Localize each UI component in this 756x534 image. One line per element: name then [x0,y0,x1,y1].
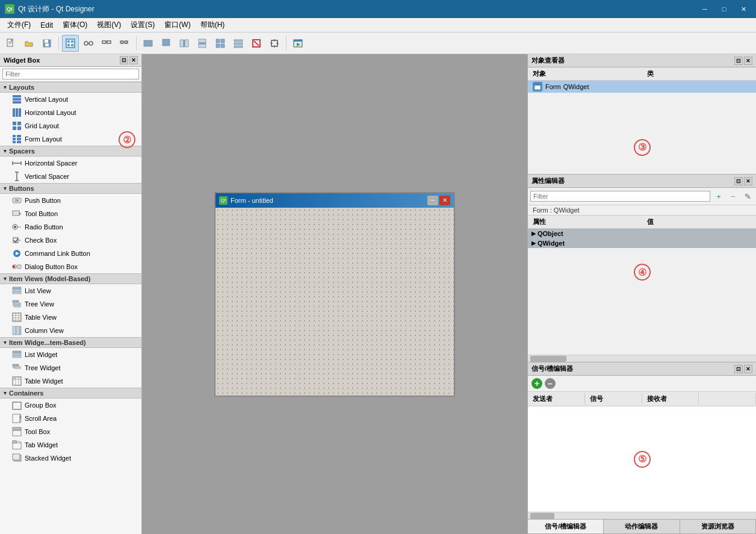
menu-window[interactable]: 窗体(O) [58,19,92,31]
form-minimize-button[interactable]: ─ [427,196,438,205]
menu-file[interactable]: 文件(F) [2,19,36,31]
layout-split-h-button[interactable] [176,35,193,52]
widget-item-tree-view[interactable]: Tree View [0,297,141,311]
save-button[interactable] [39,35,55,52]
minimize-button[interactable]: ─ [697,3,713,15]
property-section-qobject[interactable]: QObject [528,229,756,238]
svg-rect-89 [13,287,21,289]
footer-tab-actions[interactable]: 动作编辑器 [604,520,680,533]
widget-item-tab-widget[interactable]: Tab Widget [0,438,141,452]
menu-view[interactable]: 视图(V) [92,19,126,31]
widget-item-vertical-spacer[interactable]: Vertical Spacer [0,170,141,183]
property-scrollbar-thumb[interactable] [530,356,566,362]
widget-item-form-layout[interactable]: Form Layout ② [0,132,141,146]
signals-editor-float-button[interactable]: ⊡ [734,365,743,373]
widget-item-command-link[interactable]: Command Link Button [0,247,141,260]
widget-item-list-view[interactable]: List View [0,284,141,297]
widget-item-list-widget[interactable]: List Widget [0,348,141,361]
section-spacers[interactable]: Spacers [0,146,141,157]
widget-item-scroll-area[interactable]: Scroll Area [0,412,141,425]
svg-rect-63 [17,135,21,137]
svg-rect-62 [13,135,16,137]
signals-editor-close-button[interactable]: ✕ [744,365,752,373]
svg-rect-11 [71,44,73,46]
break-layout-button[interactable] [248,35,265,52]
svg-rect-22 [144,40,146,46]
section-layouts[interactable]: Layouts [0,82,141,93]
widget-item-tree-widget[interactable]: Tree Widget [0,361,141,374]
adjust-size-button[interactable] [266,35,283,52]
widget-item-grid-layout[interactable]: Grid Layout [0,119,141,132]
section-item-widgets[interactable]: Item Widge...tem-Based) [0,337,141,348]
open-button[interactable] [20,35,37,52]
preview-button[interactable] [290,35,306,52]
object-viewer-row[interactable]: Form QWidget [528,81,756,93]
table-widget-label: Table Widget [25,377,63,385]
property-add-button[interactable]: + [713,190,725,202]
form-title-text: Form - untitled [231,197,427,204]
layout-split-v-button[interactable] [194,35,211,52]
tab-editor-button[interactable]: 12 [116,35,133,52]
widget-item-tool-button[interactable]: Tool Button [0,207,141,220]
object-viewer-close-button[interactable]: ✕ [744,57,752,65]
widget-item-table-view[interactable]: Table View [0,311,141,324]
widget-item-horizontal-layout[interactable]: Horizontal Layout [0,106,141,119]
property-editor-close-button[interactable]: ✕ [744,177,752,185]
close-button[interactable]: ✕ [736,3,751,15]
object-viewer-float-button[interactable]: ⊡ [734,57,743,65]
form-window[interactable]: Qt Form - untitled ─ ✕ [214,192,455,397]
widget-item-check-box[interactable]: Check Box [0,234,141,247]
layout-grid-button[interactable] [212,35,229,52]
property-section-qwidget[interactable]: QWidget [528,238,756,248]
widget-item-tool-box[interactable]: Tool Box [0,425,141,438]
widget-item-vertical-layout[interactable]: Vertical Layout [0,93,141,106]
section-buttons[interactable]: Buttons [0,183,141,194]
widget-item-push-button[interactable]: OK Push Button [0,194,141,207]
svg-rect-36 [221,39,225,43]
signals-remove-button[interactable]: – [545,378,556,389]
svg-text:OK: OK [14,199,19,202]
section-containers[interactable]: Containers [0,388,141,399]
layout-form-button[interactable] [230,35,247,52]
menu-windows[interactable]: 窗口(W) [160,19,195,31]
footer-tab-resources[interactable]: 资源浏览器 [680,520,756,533]
horizontal-layout-icon [12,108,22,117]
property-remove-button[interactable]: − [727,190,739,202]
toolbar-separator-3 [286,36,287,51]
layout-v-button[interactable] [158,35,175,52]
signals-editor-button[interactable] [80,35,97,52]
widget-item-dialog-button[interactable]: Dialog Button Box [0,260,141,273]
property-editor-float-button[interactable]: ⊡ [734,177,743,185]
menu-settings[interactable]: 设置(S) [126,19,160,31]
svg-rect-86 [17,265,21,269]
canvas-area[interactable]: Qt Form - untitled ─ ✕ [142,54,527,534]
widget-item-group-box[interactable]: ─ Group Box [0,399,141,412]
widget-item-stacked-widget[interactable]: Stacked Widget [0,452,141,465]
new-button[interactable] [2,35,19,52]
svg-rect-32 [199,39,206,43]
form-content[interactable] [215,208,454,396]
footer-tab-signals[interactable]: 信号/槽编辑器 [528,520,604,533]
maximize-button[interactable]: □ [716,3,732,15]
widget-item-table-widget[interactable]: Table Widget [0,374,141,388]
widget-box-filter-input[interactable] [2,69,139,79]
section-item-views[interactable]: Item Views (Model-Based) [0,273,141,284]
signals-add-button[interactable]: + [531,378,542,389]
buddy-editor-button[interactable] [98,35,115,52]
svg-rect-56 [16,108,18,117]
form-close-button[interactable]: ✕ [439,196,450,205]
menu-edit[interactable]: Edit [36,20,58,31]
menu-help[interactable]: 帮助(H) [196,19,230,31]
widget-item-horizontal-spacer[interactable]: Horizontal Spacer [0,157,141,170]
widget-box-float-button[interactable]: ⊡ [120,56,128,64]
property-filter-input[interactable] [530,191,710,202]
property-edit-button[interactable]: ✎ [742,190,754,202]
widget-item-column-view[interactable]: Column View [0,324,141,337]
signals-scrollbar-thumb[interactable] [530,513,554,519]
push-button-icon: OK [12,196,22,205]
widget-item-radio-button[interactable]: Radio Button [0,220,141,234]
widget-editor-button[interactable] [62,35,79,52]
widget-box-close-button[interactable]: ✕ [129,56,138,64]
layout-h-button[interactable] [140,35,156,52]
form-window-buttons: ─ ✕ [427,196,450,205]
